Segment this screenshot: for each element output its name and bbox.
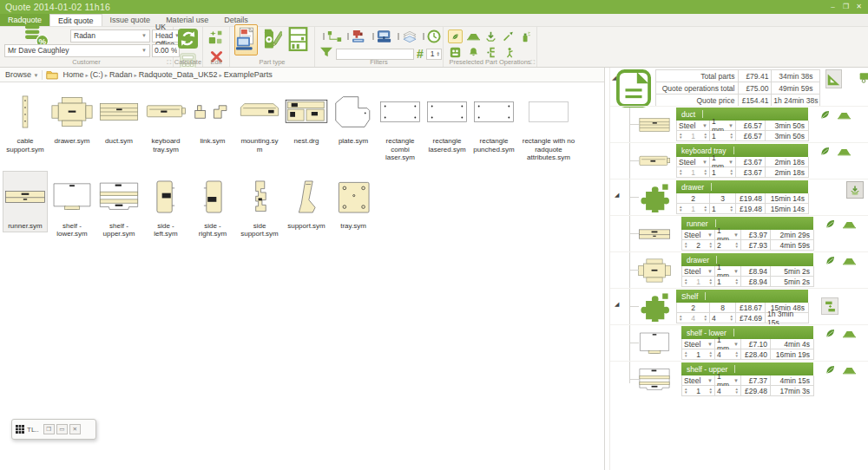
fold-operation-icon[interactable]	[838, 147, 851, 158]
op-punch-button[interactable]	[448, 45, 463, 59]
total-quantity-spinner[interactable]: 4▲▼	[715, 386, 741, 396]
insert-icon[interactable]	[846, 181, 864, 199]
material-select[interactable]: Steel▼	[682, 375, 715, 386]
spinner-arrows-icon[interactable]: ▲▼	[704, 206, 707, 212]
tab-issue-quote[interactable]: Issue quote	[102, 14, 159, 26]
breadcrumb-item[interactable]: Radquote_Data_UK52	[138, 70, 219, 79]
spinner-arrows-icon[interactable]: ▲▼	[709, 388, 713, 394]
spinner-arrows-icon[interactable]: ▲▼	[730, 206, 733, 212]
group-thumbnail[interactable]	[635, 290, 674, 324]
customer-contact-select[interactable]: Mr Dave Caughley▼	[4, 44, 150, 57]
minimize-icon[interactable]: –	[826, 0, 839, 14]
group-header[interactable]: shelf - lower	[681, 326, 813, 339]
quantity-per-assembly-spinner[interactable]: ▲▼1▲▼	[682, 349, 715, 360]
widget-minimize-button[interactable]: ▭	[56, 424, 68, 434]
recent-icon[interactable]	[427, 29, 441, 43]
filter-checkbox-link-parts[interactable]	[323, 33, 325, 40]
file-item[interactable]: mounting.sym	[237, 86, 282, 156]
maximize-icon[interactable]: ❐	[839, 0, 852, 14]
quantity-per-assembly-spinner[interactable]: ▲▼4▲▼	[677, 313, 710, 323]
group-header[interactable]: shelf - upper	[681, 362, 813, 375]
thickness-select[interactable]: 1 mm▼	[715, 375, 741, 386]
spinner-arrows-icon[interactable]: ▲▼	[684, 388, 687, 394]
add-part-button[interactable]	[207, 29, 225, 49]
group-header[interactable]: keyboard tray	[676, 144, 808, 157]
filter-checkbox-punch-machine[interactable]	[347, 33, 349, 40]
part-type-parts-button[interactable]	[234, 24, 258, 55]
op-mark-button[interactable]	[466, 45, 481, 59]
material-select[interactable]: Steel▼	[682, 230, 715, 240]
profile-operation-icon[interactable]	[819, 146, 831, 159]
group-thumbnail[interactable]	[635, 144, 674, 179]
quantity-per-assembly-spinner[interactable]: ▲▼1▲▼	[682, 386, 715, 396]
spinner-arrows-icon[interactable]: ▲▼	[735, 242, 739, 248]
part-type-assemblies-button[interactable]	[260, 24, 284, 55]
spinner-arrows-icon[interactable]: ▲▼	[679, 133, 682, 139]
total-quantity-spinner[interactable]: 1▲▼	[715, 277, 741, 287]
total-quantity-spinner[interactable]: 1▲▼	[710, 204, 736, 214]
file-item[interactable]: rectangle combi laser.sym	[378, 86, 423, 165]
group-header[interactable]: runner	[681, 217, 813, 230]
file-item[interactable]: cable support.sym	[3, 86, 48, 156]
measure-tool-button[interactable]	[825, 69, 842, 88]
thickness-select[interactable]: 1 mm▼	[715, 339, 741, 349]
group-thumbnail[interactable]	[635, 362, 674, 397]
browse-button[interactable]: Browse ▼	[5, 70, 38, 79]
sheet-stock-icon[interactable]	[402, 30, 418, 43]
spinner-arrows-icon[interactable]: ▲▼	[730, 133, 733, 139]
widget-close-button[interactable]: ✕	[69, 424, 81, 434]
thickness-select[interactable]: 1 mm▼	[715, 266, 741, 277]
fold-operation-icon[interactable]	[843, 220, 856, 231]
fold-operation-icon[interactable]	[843, 330, 856, 340]
link-parts-icon[interactable]	[327, 30, 342, 42]
breadcrumb-item[interactable]: Radan	[108, 70, 134, 79]
profile-operation-icon[interactable]	[825, 255, 836, 268]
file-item[interactable]: support.sym	[284, 171, 329, 233]
fold-operation-icon[interactable]	[843, 257, 856, 267]
profile-operation-icon[interactable]	[825, 328, 836, 341]
quantity-per-assembly-spinner[interactable]: ▲▼2▲▼	[682, 240, 715, 251]
punch-machine-icon[interactable]	[352, 29, 367, 43]
op-unload-button[interactable]	[484, 29, 498, 43]
spinner-arrows-icon[interactable]: ▲▼	[735, 351, 739, 357]
part-type-products-button[interactable]	[286, 24, 310, 55]
calculate-refresh-button[interactable]	[178, 29, 198, 52]
spinner-arrows-icon[interactable]: ▲▼	[679, 206, 682, 212]
spinner-arrows-icon[interactable]: ▲▼	[684, 278, 687, 284]
fold-operation-icon[interactable]	[843, 366, 856, 376]
customer-company-select[interactable]: Radan▼	[70, 29, 150, 42]
floating-toolbar[interactable]: TL.. ❐▭✕	[11, 419, 96, 440]
file-item[interactable]: tray.sym	[331, 171, 376, 233]
group-thumbnail[interactable]	[635, 180, 674, 215]
profile-operation-icon[interactable]	[825, 364, 836, 377]
quantity-per-assembly-spinner[interactable]: ▲▼1▲▼	[682, 277, 715, 287]
fold-operation-icon[interactable]	[838, 111, 851, 121]
breadcrumb-item[interactable]: (C:)	[89, 70, 104, 79]
material-select[interactable]: Steel▼	[677, 157, 710, 167]
delivery-truck-icon[interactable]	[859, 72, 868, 83]
thickness-select[interactable]: 1 mm▼	[710, 157, 736, 167]
spinner-arrows-icon[interactable]: ▲▼	[684, 351, 687, 357]
op-scribe-button[interactable]	[502, 29, 516, 43]
group-thumbnail[interactable]	[635, 326, 674, 361]
group-header[interactable]: drawer	[676, 180, 808, 193]
spinner-arrows-icon[interactable]: ▲▼	[730, 169, 733, 175]
total-quantity-spinner[interactable]: 2▲▼	[715, 240, 741, 251]
file-item[interactable]: duct.sym	[96, 86, 141, 148]
quantity-per-assembly-spinner[interactable]: ▲▼1▲▼	[677, 167, 710, 178]
spinner-arrows-icon[interactable]: ▲▼	[684, 242, 687, 248]
total-quantity-spinner[interactable]: 1▲▼	[710, 131, 736, 141]
quantity-per-assembly-spinner[interactable]: ▲▼1▲▼	[677, 131, 710, 141]
file-item[interactable]: side - left.sym	[143, 171, 188, 241]
spinner-arrows-icon[interactable]: ▲▼	[709, 242, 713, 248]
file-item[interactable]: plate.sym	[331, 86, 376, 148]
file-item[interactable]: shelf - upper.sym	[96, 171, 141, 241]
breadcrumb-item[interactable]: Home	[62, 70, 84, 79]
op-coat-button[interactable]	[518, 29, 532, 43]
thickness-select[interactable]: 1 mm▼	[710, 121, 736, 131]
filter-checkbox-sheet-stock[interactable]	[398, 33, 399, 40]
spinner-arrows-icon[interactable]: ▲▼	[679, 315, 682, 321]
file-item[interactable]: rectangle punched.sym	[471, 86, 516, 156]
op-operator-button[interactable]	[503, 45, 517, 59]
spinner-arrows-icon[interactable]: ▲▼	[730, 315, 733, 321]
